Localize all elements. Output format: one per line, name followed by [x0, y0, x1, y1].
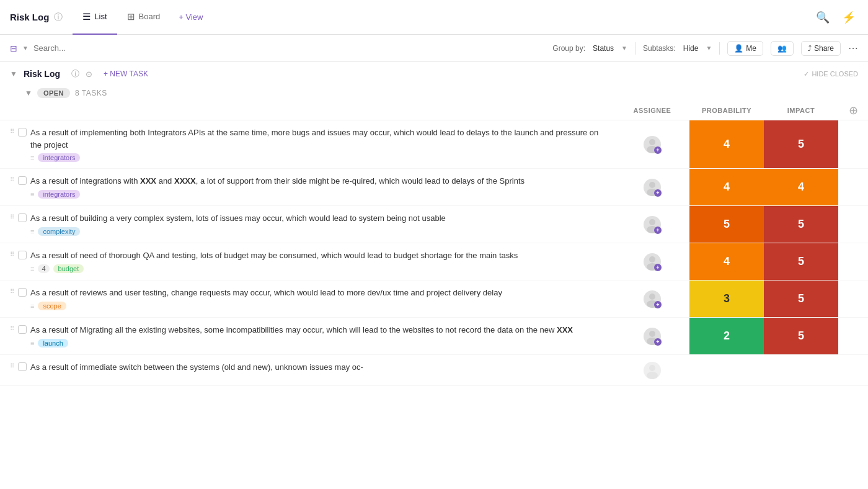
badge-complexity-3[interactable]: complexity — [38, 227, 80, 236]
section-info-icon[interactable]: ⓘ — [71, 68, 79, 79]
task-text-3[interactable]: As a result of building a very complex s… — [30, 212, 610, 225]
avatar-2[interactable]: + — [644, 179, 661, 196]
impact-score-6[interactable]: 5 — [764, 318, 838, 354]
avatar-add-icon[interactable]: + — [654, 338, 662, 346]
people-icon: 👥 — [777, 44, 787, 53]
table-row: ⠿ As a result of immediate switch betwee… — [0, 355, 868, 386]
collapse-button[interactable]: ▼ — [10, 70, 17, 78]
info-icon[interactable]: ⓘ — [54, 12, 63, 23]
hide-closed-button[interactable]: ✓ HIDE CLOSED — [804, 70, 858, 78]
group-people-button[interactable]: 👥 — [771, 41, 794, 56]
impact-score-5[interactable]: 5 — [764, 280, 838, 317]
section-title: Risk Log — [24, 69, 60, 79]
tab-list[interactable]: ☰ List — [73, 0, 117, 35]
avatar-1[interactable]: + — [644, 136, 661, 153]
tab-board[interactable]: ⊞ Board — [117, 0, 170, 35]
avatar-5[interactable]: + — [644, 290, 661, 308]
drag-handle-icon[interactable]: ⠿ — [10, 325, 14, 332]
task-checkbox-3[interactable] — [18, 213, 27, 222]
task-checkbox-2[interactable] — [18, 176, 27, 185]
probability-score-1[interactable]: 4 — [689, 120, 764, 168]
badge-integrators-2[interactable]: integrators — [38, 190, 80, 199]
drag-handle-icon[interactable]: ⠿ — [10, 362, 14, 369]
probability-score-2[interactable]: 4 — [689, 169, 764, 205]
task-count: 8 TASKS — [75, 89, 107, 97]
task-content-3: As a result of building a very complex s… — [30, 212, 610, 236]
drag-handle-icon[interactable]: ⠿ — [10, 176, 14, 183]
share-icon: ⤴ — [808, 44, 812, 53]
assignee-cell-3: + — [615, 206, 689, 243]
search-input[interactable] — [33, 43, 547, 53]
impact-score-4[interactable]: 5 — [764, 243, 838, 280]
add-view-button[interactable]: + View — [170, 0, 211, 35]
impact-cell-5: 5 — [764, 280, 838, 317]
svg-point-6 — [649, 256, 655, 262]
task-checkbox-1[interactable] — [18, 128, 27, 137]
impact-score-3[interactable]: 5 — [764, 206, 838, 243]
group-by-value[interactable]: Status — [593, 44, 614, 53]
avatar-3[interactable]: + — [644, 216, 661, 233]
add-cell-4 — [838, 243, 868, 280]
add-column-button[interactable]: ⊕ — [849, 104, 858, 117]
impact-score-2[interactable]: 4 — [764, 169, 838, 205]
subtasks-arrow[interactable]: ▼ — [706, 45, 712, 52]
table-row: ⠿ As a result of need of thorough QA and… — [0, 243, 868, 280]
avatar-add-icon[interactable]: + — [654, 146, 662, 154]
task-text-4[interactable]: As a result of need of thorough QA and t… — [30, 249, 610, 262]
badge-integrators-1[interactable]: integrators — [38, 153, 80, 162]
drag-handle-icon[interactable]: ⠿ — [10, 128, 14, 135]
task-checkbox-7[interactable] — [18, 362, 27, 371]
prob-cell-3: 5 — [689, 206, 764, 243]
avatar-add-icon[interactable]: + — [654, 301, 662, 308]
group-by-arrow[interactable]: ▼ — [621, 45, 627, 52]
add-cell-3 — [838, 206, 868, 243]
new-task-button[interactable]: + NEW TASK — [99, 70, 153, 78]
top-nav: Risk Log ⓘ ☰ List ⊞ Board + View 🔍 ⚡ — [0, 0, 868, 35]
probability-score-5[interactable]: 3 — [689, 280, 764, 317]
section-settings-icon[interactable]: ⊙ — [86, 70, 92, 79]
badge-scope-5[interactable]: scope — [38, 302, 66, 310]
avatar-6[interactable]: + — [644, 328, 661, 345]
filter-dropdown-arrow[interactable]: ▼ — [22, 45, 29, 52]
task-checkbox-4[interactable] — [18, 251, 27, 259]
open-collapse-btn[interactable]: ▼ — [25, 89, 32, 97]
task-text-1[interactable]: As a result of implementing both Integra… — [30, 127, 610, 151]
search-button[interactable]: 🔍 — [813, 8, 832, 27]
avatar-add-icon[interactable]: + — [654, 227, 662, 234]
task-text-7[interactable]: As a result of immediate switch between … — [30, 361, 610, 374]
probability-score-6[interactable]: 2 — [689, 318, 764, 354]
badge-budget-4[interactable]: budget — [53, 264, 84, 273]
drag-handle-icon[interactable]: ⠿ — [10, 213, 14, 220]
task-meta-6: ≡ launch — [30, 339, 610, 348]
avatar-7[interactable] — [644, 362, 661, 379]
task-meta-4: ≡ 4 budget — [30, 264, 610, 273]
task-text-5[interactable]: As a result of reviews and user testing,… — [30, 287, 610, 299]
top-nav-right: 🔍 ⚡ — [813, 8, 858, 27]
divider — [635, 42, 636, 55]
me-button[interactable]: 👤 Me — [727, 41, 763, 56]
drag-handle-icon[interactable]: ⠿ — [10, 288, 14, 295]
assignee-col-header: ASSIGNEE — [615, 107, 689, 114]
share-button[interactable]: ⤴ Share — [801, 41, 841, 56]
task-checkbox-5[interactable] — [18, 288, 27, 297]
filter-icon[interactable]: ⊟ — [10, 43, 17, 53]
probability-score-4[interactable]: 4 — [689, 243, 764, 280]
subtasks-value[interactable]: Hide — [683, 44, 699, 53]
subtasks-label: Subtasks: — [643, 44, 676, 53]
lightning-button[interactable]: ⚡ — [839, 8, 858, 27]
checkmark-icon: ✓ — [804, 70, 809, 78]
more-button[interactable]: ⋯ — [848, 42, 858, 54]
impact-score-1[interactable]: 5 — [764, 120, 838, 168]
task-text-2[interactable]: As a result of integrations with XXX and… — [30, 175, 610, 187]
avatar-add-icon[interactable]: + — [654, 189, 662, 197]
task-checkbox-6[interactable] — [18, 325, 27, 334]
badge-launch-6[interactable]: launch — [38, 339, 68, 348]
avatar-4[interactable]: + — [644, 253, 661, 271]
probability-score-3[interactable]: 5 — [689, 206, 764, 243]
assignee-cell-2: + — [615, 169, 689, 205]
avatar-add-icon[interactable]: + — [654, 264, 662, 271]
task-text-6[interactable]: As a result of Migrating all the existin… — [30, 324, 610, 336]
drag-handle-icon[interactable]: ⠿ — [10, 251, 14, 258]
add-cell-7 — [838, 355, 868, 385]
table-row: ⠿ As a result of Migrating all the exist… — [0, 318, 868, 355]
